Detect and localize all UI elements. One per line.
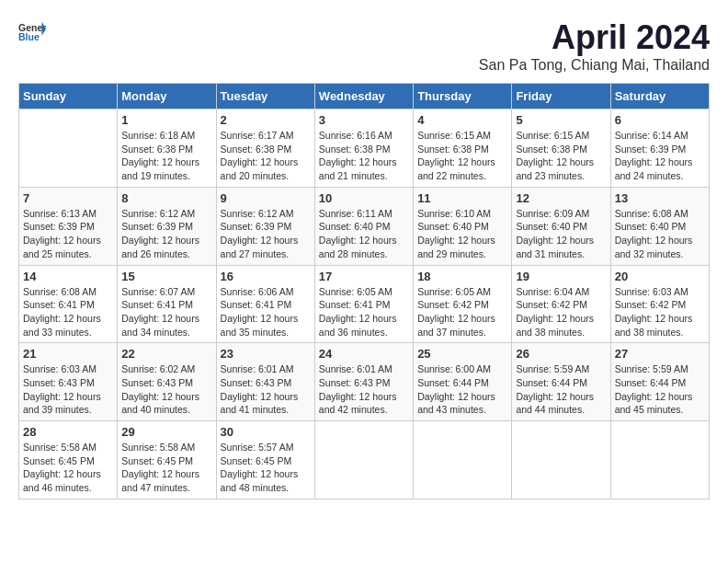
day-number: 14 xyxy=(23,270,113,283)
day-number: 13 xyxy=(615,191,705,205)
day-info: Sunrise: 6:18 AMSunset: 6:38 PMDaylight:… xyxy=(121,129,211,183)
calendar-cell: 19Sunrise: 6:04 AMSunset: 6:42 PMDayligh… xyxy=(512,265,610,343)
day-number: 7 xyxy=(23,191,113,205)
day-info: Sunrise: 6:03 AMSunset: 6:43 PMDaylight:… xyxy=(23,362,113,417)
day-info: Sunrise: 5:57 AMSunset: 6:45 PMDaylight:… xyxy=(221,441,311,495)
day-info: Sunrise: 6:12 AMSunset: 6:39 PMDaylight:… xyxy=(221,207,311,261)
calendar-cell xyxy=(610,421,709,500)
day-info: Sunrise: 6:11 AMSunset: 6:40 PMDaylight:… xyxy=(319,207,409,261)
day-info: Sunrise: 6:09 AMSunset: 6:40 PMDaylight:… xyxy=(516,207,606,261)
calendar-body: 1Sunrise: 6:18 AMSunset: 6:38 PMDaylight… xyxy=(19,109,710,500)
day-number: 3 xyxy=(319,113,409,127)
calendar-cell: 21Sunrise: 6:03 AMSunset: 6:43 PMDayligh… xyxy=(19,343,118,421)
calendar-cell: 12Sunrise: 6:09 AMSunset: 6:40 PMDayligh… xyxy=(512,187,610,265)
day-number: 9 xyxy=(221,191,311,205)
day-number: 27 xyxy=(615,347,705,361)
day-info: Sunrise: 5:58 AMSunset: 6:45 PMDaylight:… xyxy=(121,441,211,495)
calendar-week-3: 21Sunrise: 6:03 AMSunset: 6:43 PMDayligh… xyxy=(19,343,710,421)
day-number: 5 xyxy=(516,113,606,127)
calendar-cell: 22Sunrise: 6:02 AMSunset: 6:43 PMDayligh… xyxy=(118,343,216,421)
day-number: 25 xyxy=(417,347,507,361)
calendar-cell: 27Sunrise: 5:59 AMSunset: 6:44 PMDayligh… xyxy=(610,343,709,421)
day-number: 20 xyxy=(615,270,705,283)
day-info: Sunrise: 6:08 AMSunset: 6:41 PMDaylight:… xyxy=(23,285,113,339)
day-info: Sunrise: 6:16 AMSunset: 6:38 PMDaylight:… xyxy=(319,129,409,183)
day-number: 11 xyxy=(417,191,507,205)
calendar-cell: 2Sunrise: 6:17 AMSunset: 6:38 PMDaylight… xyxy=(216,109,314,188)
day-number: 23 xyxy=(221,347,311,361)
svg-text:Blue: Blue xyxy=(18,31,40,42)
calendar-cell: 14Sunrise: 6:08 AMSunset: 6:41 PMDayligh… xyxy=(19,265,118,343)
calendar-cell: 9Sunrise: 6:12 AMSunset: 6:39 PMDaylight… xyxy=(216,187,314,265)
day-info: Sunrise: 6:05 AMSunset: 6:41 PMDaylight:… xyxy=(319,285,409,339)
day-info: Sunrise: 6:17 AMSunset: 6:38 PMDaylight:… xyxy=(221,129,311,183)
day-number: 29 xyxy=(121,425,211,439)
calendar-table: SundayMondayTuesdayWednesdayThursdayFrid… xyxy=(18,83,710,500)
day-number: 15 xyxy=(121,270,211,283)
day-number: 6 xyxy=(615,113,705,127)
day-info: Sunrise: 6:12 AMSunset: 6:39 PMDaylight:… xyxy=(121,207,211,261)
header-row: SundayMondayTuesdayWednesdayThursdayFrid… xyxy=(19,84,710,109)
day-info: Sunrise: 6:15 AMSunset: 6:38 PMDaylight:… xyxy=(417,129,507,183)
header-cell-sunday: Sunday xyxy=(19,84,118,109)
header-cell-tuesday: Tuesday xyxy=(216,84,314,109)
header-cell-monday: Monday xyxy=(118,84,216,109)
day-info: Sunrise: 6:08 AMSunset: 6:40 PMDaylight:… xyxy=(615,207,705,261)
calendar-cell: 10Sunrise: 6:11 AMSunset: 6:40 PMDayligh… xyxy=(314,187,413,265)
calendar-week-4: 28Sunrise: 5:58 AMSunset: 6:45 PMDayligh… xyxy=(19,421,710,500)
calendar-cell: 6Sunrise: 6:14 AMSunset: 6:39 PMDaylight… xyxy=(610,109,709,188)
calendar-cell xyxy=(314,421,413,500)
calendar-cell: 13Sunrise: 6:08 AMSunset: 6:40 PMDayligh… xyxy=(610,187,709,265)
header-cell-friday: Friday xyxy=(512,84,610,109)
calendar-cell: 23Sunrise: 6:01 AMSunset: 6:43 PMDayligh… xyxy=(216,343,314,421)
day-info: Sunrise: 5:59 AMSunset: 6:44 PMDaylight:… xyxy=(615,362,705,417)
calendar-cell: 7Sunrise: 6:13 AMSunset: 6:39 PMDaylight… xyxy=(19,187,118,265)
calendar-cell: 16Sunrise: 6:06 AMSunset: 6:41 PMDayligh… xyxy=(216,265,314,343)
day-number: 1 xyxy=(121,113,211,127)
title-section: April 2024 San Pa Tong, Chiang Mai, Thai… xyxy=(479,18,710,74)
header: General Blue April 2024 San Pa Tong, Chi… xyxy=(18,18,710,74)
calendar-cell xyxy=(414,421,512,500)
day-number: 16 xyxy=(221,270,311,283)
day-number: 18 xyxy=(417,270,507,283)
day-info: Sunrise: 6:03 AMSunset: 6:42 PMDaylight:… xyxy=(615,285,705,339)
header-cell-thursday: Thursday xyxy=(414,84,512,109)
day-info: Sunrise: 6:07 AMSunset: 6:41 PMDaylight:… xyxy=(121,285,211,339)
day-info: Sunrise: 6:02 AMSunset: 6:43 PMDaylight:… xyxy=(121,362,211,417)
header-cell-wednesday: Wednesday xyxy=(314,84,413,109)
calendar-cell: 8Sunrise: 6:12 AMSunset: 6:39 PMDaylight… xyxy=(118,187,216,265)
day-info: Sunrise: 5:59 AMSunset: 6:44 PMDaylight:… xyxy=(516,362,606,417)
calendar-cell: 3Sunrise: 6:16 AMSunset: 6:38 PMDaylight… xyxy=(314,109,413,188)
day-number: 22 xyxy=(121,347,211,361)
calendar-cell: 18Sunrise: 6:05 AMSunset: 6:42 PMDayligh… xyxy=(414,265,512,343)
calendar-cell: 24Sunrise: 6:01 AMSunset: 6:43 PMDayligh… xyxy=(314,343,413,421)
calendar-cell xyxy=(19,109,118,188)
day-info: Sunrise: 6:05 AMSunset: 6:42 PMDaylight:… xyxy=(417,285,507,339)
day-number: 24 xyxy=(319,347,409,361)
day-number: 30 xyxy=(221,425,311,439)
calendar-cell: 4Sunrise: 6:15 AMSunset: 6:38 PMDaylight… xyxy=(414,109,512,188)
day-number: 26 xyxy=(516,347,606,361)
day-info: Sunrise: 6:10 AMSunset: 6:40 PMDaylight:… xyxy=(417,207,507,261)
page-title: April 2024 xyxy=(479,18,710,57)
day-info: Sunrise: 6:15 AMSunset: 6:38 PMDaylight:… xyxy=(516,129,606,183)
calendar-cell: 15Sunrise: 6:07 AMSunset: 6:41 PMDayligh… xyxy=(118,265,216,343)
calendar-header: SundayMondayTuesdayWednesdayThursdayFrid… xyxy=(19,84,710,109)
day-number: 21 xyxy=(23,347,113,361)
day-info: Sunrise: 6:06 AMSunset: 6:41 PMDaylight:… xyxy=(221,285,311,339)
day-number: 2 xyxy=(221,113,311,127)
day-number: 10 xyxy=(319,191,409,205)
calendar-cell: 25Sunrise: 6:00 AMSunset: 6:44 PMDayligh… xyxy=(414,343,512,421)
calendar-cell: 20Sunrise: 6:03 AMSunset: 6:42 PMDayligh… xyxy=(610,265,709,343)
header-cell-saturday: Saturday xyxy=(610,84,709,109)
calendar-week-2: 14Sunrise: 6:08 AMSunset: 6:41 PMDayligh… xyxy=(19,265,710,343)
day-info: Sunrise: 6:13 AMSunset: 6:39 PMDaylight:… xyxy=(23,207,113,261)
day-number: 19 xyxy=(516,270,606,283)
day-number: 28 xyxy=(23,425,113,439)
day-number: 8 xyxy=(121,191,211,205)
calendar-cell xyxy=(512,421,610,500)
day-info: Sunrise: 6:01 AMSunset: 6:43 PMDaylight:… xyxy=(221,362,311,417)
calendar-cell: 29Sunrise: 5:58 AMSunset: 6:45 PMDayligh… xyxy=(118,421,216,500)
day-info: Sunrise: 6:00 AMSunset: 6:44 PMDaylight:… xyxy=(417,362,507,417)
day-number: 17 xyxy=(319,270,409,283)
